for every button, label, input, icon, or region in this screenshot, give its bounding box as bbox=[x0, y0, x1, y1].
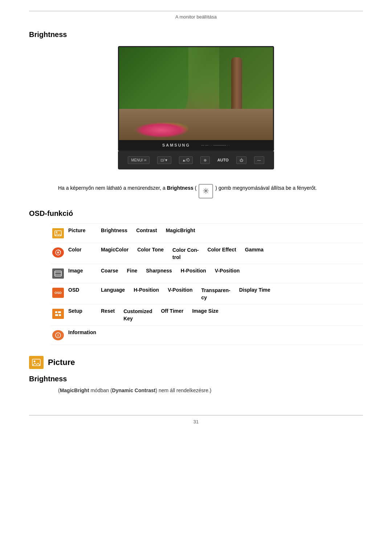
monitor-logo-bar: SAMSUNG — — · · ———— · · bbox=[119, 140, 273, 150]
osd-image-options: Coarse Fine Sharpness H-Position V-Posit… bbox=[101, 267, 363, 274]
color-icon bbox=[52, 247, 64, 258]
osd-image-name: Image bbox=[68, 267, 101, 274]
nature-scene bbox=[119, 47, 273, 150]
svg-rect-7 bbox=[55, 311, 57, 313]
osd-setup-options: Reset CustomizedKey Off Timer Image Size bbox=[101, 307, 363, 322]
osd-row-information: i Information bbox=[51, 326, 363, 345]
osd-color-options: MagicColor Color Tone Color Con-trol Col… bbox=[101, 246, 363, 261]
osd-table: Picture Brightness Contrast MagicBright … bbox=[51, 223, 363, 345]
osd-picture-name: Picture bbox=[68, 227, 101, 233]
osd-row-osd: OSD OSD Language H-Position V-Position T… bbox=[51, 283, 363, 304]
osd-up-button[interactable]: ▲/Ö bbox=[179, 156, 193, 164]
osd-row-image: Image Coarse Fine Sharpness H-Position V… bbox=[51, 264, 363, 283]
information-icon: i bbox=[52, 330, 64, 340]
sun-brightness-icon: ✳ bbox=[203, 185, 209, 197]
osd-row-color: Color MagicColor Color Tone Color Con-tr… bbox=[51, 243, 363, 264]
brightness-note: (MagicBright módban (Dynamic Contrast) n… bbox=[58, 387, 363, 393]
osd-section-title: OSD-funkció bbox=[29, 209, 363, 218]
picture-title-row: Picture bbox=[29, 356, 363, 369]
brightness-subsection-title: Brightness bbox=[29, 375, 363, 383]
osd-select-button[interactable]: ⊕ bbox=[200, 156, 210, 164]
picture-icon bbox=[52, 228, 64, 238]
svg-rect-4 bbox=[55, 271, 61, 276]
picture-icon-large bbox=[29, 356, 44, 369]
osd-osd-options: Language H-Position V-Position Transpare… bbox=[101, 286, 363, 301]
monitor-buttons-row: MENU/ III ⊡/▼ ▲/Ö ⊕ AUTO ⏻ — bbox=[118, 151, 274, 169]
image-icon bbox=[52, 268, 64, 279]
osd-picture-options: Brightness Contrast MagicBright bbox=[101, 227, 363, 233]
svg-rect-9 bbox=[55, 314, 58, 316]
picture-section: Picture Brightness (MagicBright módban (… bbox=[29, 356, 363, 393]
osd-menu-button[interactable]: MENU/ III bbox=[128, 156, 150, 164]
bottom-border bbox=[29, 415, 363, 415]
monitor-screen: SAMSUNG — — · · ———— · · bbox=[118, 46, 274, 151]
svg-point-1 bbox=[56, 231, 57, 233]
osd-setup-name: Setup bbox=[68, 307, 101, 314]
osd-color-name: Color bbox=[68, 246, 101, 253]
monitor-image-area: SAMSUNG — — · · ———— · · MENU/ III ⊡/▼ ▲… bbox=[29, 46, 363, 177]
flowers bbox=[134, 122, 188, 138]
svg-text:i: i bbox=[58, 333, 59, 337]
osd-auto-label: AUTO bbox=[217, 158, 229, 162]
osd-row-setup: Setup Reset CustomizedKey Off Timer Imag… bbox=[51, 304, 363, 325]
brightness-title: Brightness bbox=[29, 30, 363, 39]
osd-row-picture: Picture Brightness Contrast MagicBright bbox=[51, 223, 363, 243]
osd-power-button[interactable]: ⏻ bbox=[236, 156, 246, 164]
svg-point-3 bbox=[57, 251, 59, 254]
osd-osd-name: OSD bbox=[68, 286, 101, 293]
osd-menu-icon: OSD bbox=[52, 288, 64, 298]
page-header: A monitor beállítása bbox=[29, 14, 363, 20]
page-footer: 31 bbox=[29, 419, 363, 424]
osd-information-name: Information bbox=[68, 329, 101, 335]
monitor-logo: SAMSUNG bbox=[162, 143, 190, 147]
svg-point-14 bbox=[34, 360, 36, 362]
svg-rect-8 bbox=[58, 311, 61, 313]
osd-nav-button[interactable]: ⊡/▼ bbox=[157, 156, 171, 164]
brightness-description: Ha a képernyőn nem látható a menürendsze… bbox=[58, 184, 363, 198]
svg-rect-10 bbox=[59, 314, 61, 316]
picture-title: Picture bbox=[48, 358, 75, 367]
setup-icon bbox=[52, 309, 64, 319]
brightness-icon-box: ✳ bbox=[199, 184, 213, 198]
osd-minus-button[interactable]: — bbox=[254, 156, 264, 164]
